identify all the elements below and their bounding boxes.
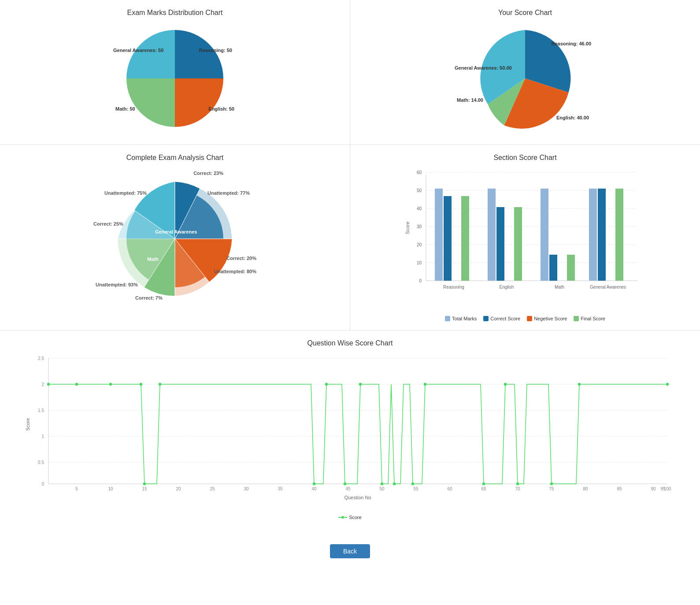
section-score-legend: Total Marks Correct Score Negetive Score…	[445, 316, 605, 321]
legend-total: Total Marks	[445, 316, 477, 321]
svg-rect-27	[496, 207, 504, 281]
svg-point-90	[381, 483, 383, 485]
label-reasoning: Reasoning: 50	[199, 48, 232, 53]
svg-text:General Awarenes: General Awarenes	[155, 229, 197, 234]
svg-text:70: 70	[515, 486, 520, 491]
svg-rect-36	[589, 189, 597, 281]
svg-text:25: 25	[210, 486, 215, 491]
section-score-panel: Section Score Chart 0 10	[350, 145, 700, 330]
ys-label-math: Math: 14.00	[457, 97, 483, 103]
legend-negative-label: Negetive Score	[534, 316, 567, 321]
svg-point-78	[109, 383, 112, 386]
svg-point-86	[666, 383, 669, 386]
legend-correct-color	[483, 316, 489, 321]
row-3: Question Wise Score Chart 2.5 2	[0, 330, 700, 529]
svg-text:40: 40	[311, 486, 317, 491]
question-wise-panel: Question Wise Score Chart 2.5 2	[0, 330, 700, 529]
section-score-chart: 0 10 20 30 40 50	[359, 166, 691, 312]
your-score-chart: Reasoning: 46.00 English: 40.00 Math: 14…	[359, 21, 691, 136]
row-1: Exam Marks Distribution Chart	[0, 0, 700, 145]
section-score-svg: 0 10 20 30 40 50	[404, 171, 646, 307]
back-button[interactable]: Back	[330, 544, 370, 558]
ys-label-english: English: 40.00	[556, 115, 589, 120]
complete-exam-pie-wrap: General Awarenes Reasoning English Math …	[91, 168, 259, 309]
section-score-title: Section Score Chart	[493, 154, 556, 162]
svg-point-82	[359, 383, 362, 386]
question-wise-legend: Score	[338, 515, 362, 520]
svg-point-91	[393, 483, 396, 485]
legend-total-label: Total Marks	[452, 316, 477, 321]
svg-text:10: 10	[417, 260, 422, 265]
svg-text:20: 20	[417, 242, 422, 247]
svg-point-88	[313, 483, 315, 485]
svg-text:Math: Math	[147, 256, 159, 262]
svg-text:Reasoning: Reasoning	[443, 285, 464, 290]
svg-text:Math: Math	[555, 285, 564, 290]
ys-label-general: General Awarenes: 50.00	[455, 65, 512, 71]
svg-point-77	[75, 383, 78, 386]
svg-text:100: 100	[663, 486, 671, 491]
svg-point-93	[482, 483, 485, 485]
ys-label-reasoning: Reasoning: 46.00	[552, 41, 591, 46]
svg-rect-34	[567, 255, 575, 281]
ga-unattempted: Unattempted: 75%	[104, 190, 147, 196]
complete-exam-title: Complete Exam Analysis Chart	[126, 154, 224, 162]
svg-text:0: 0	[41, 482, 44, 486]
svg-text:85: 85	[617, 486, 622, 491]
svg-text:35: 35	[278, 486, 283, 491]
exam-marks-panel: Exam Marks Distribution Chart	[0, 0, 350, 145]
e-correct: Correct: 20%	[226, 256, 256, 261]
exam-marks-pie: Reasoning: 50 English: 50 Math: 50 Gener…	[113, 23, 237, 134]
legend-negative-color	[527, 316, 532, 321]
exam-marks-chart: Reasoning: 50 English: 50 Math: 50 Gener…	[9, 21, 341, 136]
question-wise-title: Question Wise Score Chart	[307, 339, 393, 347]
question-wise-svg: 2.5 2 1.5 1 0.5 0 Score	[24, 354, 676, 508]
svg-point-79	[140, 383, 142, 386]
svg-rect-22	[444, 196, 452, 281]
m-correct: Correct: 7%	[135, 295, 163, 301]
svg-text:40: 40	[417, 206, 422, 211]
svg-rect-24	[461, 196, 469, 281]
svg-text:10: 10	[108, 486, 113, 491]
your-score-title: Your Score Chart	[498, 9, 552, 17]
m-unattempted: Unattempted: 93%	[96, 282, 138, 287]
svg-text:0: 0	[419, 278, 422, 283]
r-correct: Correct: 23%	[193, 171, 223, 176]
svg-rect-32	[549, 255, 557, 281]
svg-text:75: 75	[549, 486, 554, 491]
label-general: General Awarenes: 50	[113, 48, 163, 53]
legend-final: Final Score	[574, 316, 605, 321]
exam-marks-title: Exam Marks Distribution Chart	[127, 9, 223, 17]
svg-point-92	[411, 483, 414, 485]
svg-point-80	[159, 383, 161, 386]
svg-rect-26	[488, 189, 496, 281]
svg-text:50: 50	[379, 486, 385, 491]
score-legend-item: Score	[338, 515, 362, 520]
svg-text:30: 30	[244, 486, 249, 491]
page: Exam Marks Distribution Chart	[0, 0, 700, 605]
label-math: Math: 50	[115, 106, 135, 111]
e-unattempted: Unattempted: 80%	[214, 269, 256, 274]
svg-text:60: 60	[447, 486, 452, 491]
svg-point-83	[424, 383, 426, 386]
your-score-pie: Reasoning: 46.00 English: 40.00 Math: 14…	[455, 23, 596, 134]
svg-point-81	[325, 383, 328, 386]
svg-text:20: 20	[176, 486, 181, 491]
svg-rect-31	[541, 189, 548, 281]
svg-text:Score: Score	[25, 418, 30, 431]
svg-text:English: English	[500, 285, 514, 290]
svg-text:30: 30	[417, 224, 422, 229]
svg-text:60: 60	[417, 171, 422, 175]
row-2: Complete Exam Analysis Chart	[0, 145, 700, 330]
legend-negative: Negetive Score	[527, 316, 567, 321]
svg-text:45: 45	[345, 486, 351, 491]
ga-correct: Correct: 25%	[93, 221, 123, 226]
svg-text:Score: Score	[405, 222, 410, 234]
svg-point-85	[578, 383, 581, 386]
svg-text:General Awarenes: General Awarenes	[590, 285, 626, 290]
back-button-row: Back	[0, 529, 700, 574]
your-score-panel: Your Score Chart	[350, 0, 700, 145]
complete-exam-chart: General Awarenes Reasoning English Math …	[9, 166, 341, 312]
label-english: English: 50	[208, 106, 234, 111]
svg-rect-29	[514, 207, 522, 281]
